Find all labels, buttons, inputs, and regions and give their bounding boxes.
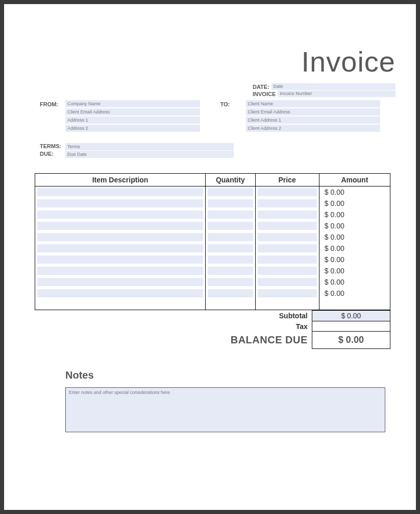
date-label: DATE: [253,84,269,90]
line-item-field[interactable] [208,278,253,286]
balance-due-label: BALANCE DUE [35,332,312,349]
from-label: FROM: [40,100,65,133]
to-address2-field[interactable]: Client Address 2 [246,125,381,132]
notes-heading: Notes [65,369,401,381]
from-address1-field[interactable]: Address 1 [65,116,200,124]
line-item-field[interactable] [258,199,317,207]
line-item-field[interactable] [37,255,203,264]
balance-due-value: $ 0.00 [312,332,390,349]
table-row: $ 0.00 [35,265,390,276]
from-company-field[interactable]: Company Name [65,100,200,107]
line-item-field[interactable] [208,289,253,297]
to-block: TO: Client Name Client Email Address Cli… [220,100,381,133]
line-item-field[interactable] [258,278,317,286]
subtotal-label: Subtotal [35,311,312,321]
col-header-amount: Amount [319,174,390,186]
terms-block: TERMS: Terms DUE: Due Date [40,143,234,158]
from-block: FROM: Company Name Client Email Address … [40,100,200,133]
line-item-field[interactable] [37,188,203,196]
line-item-field[interactable] [258,233,317,241]
line-item-amount: $ 0.00 [319,267,344,275]
line-item-amount: $ 0.00 [319,289,344,297]
line-item-field[interactable] [37,267,203,275]
from-email-field[interactable]: Client Email Address [65,108,200,115]
to-label: TO: [220,100,246,133]
parties-section: FROM: Company Name Client Email Address … [40,100,380,133]
invoice-meta: DATE: Date INVOICE Invoice Number [253,83,396,97]
line-item-amount: $ 0.00 [319,188,344,196]
line-item-field[interactable] [37,233,203,241]
line-item-amount: $ 0.00 [319,244,344,252]
line-item-field[interactable] [208,255,253,264]
line-item-field[interactable] [37,244,203,252]
totals-table: Subtotal $ 0.00 Tax BALANCE DUE $ 0.00 [35,310,390,349]
line-item-amount: $ 0.00 [319,255,344,264]
invoice-number-label: INVOICE [253,91,276,97]
line-item-amount: $ 0.00 [319,278,344,286]
line-item-field[interactable] [208,233,253,241]
line-item-field[interactable] [37,289,203,297]
line-item-amount: $ 0.00 [319,222,344,230]
line-item-amount: $ 0.00 [319,211,344,219]
line-item-field[interactable] [258,222,317,230]
terms-field[interactable]: Terms [65,143,234,150]
line-item-field[interactable] [258,244,317,252]
invoice-number-field[interactable]: Invoice Number [278,90,396,97]
line-item-field[interactable] [37,211,203,219]
invoice-page: Invoice DATE: Date INVOICE Invoice Numbe… [4,4,416,510]
line-item-field[interactable] [208,222,253,230]
due-label: DUE: [40,151,65,158]
col-header-price: Price [255,174,319,186]
table-row: $ 0.00 [35,254,390,265]
notes-field[interactable]: Enter notes and other special considerat… [65,387,385,432]
line-item-field[interactable] [258,267,317,275]
table-row: $ 0.00 [35,276,390,288]
date-field[interactable]: Date [271,83,396,90]
table-row: $ 0.00 [35,198,390,209]
due-field[interactable]: Due Date [65,151,234,158]
col-header-quantity: Quantity [206,174,255,186]
table-row: $ 0.00 [35,231,390,243]
to-name-field[interactable]: Client Name [246,100,381,107]
table-row: $ 0.00 [35,288,390,299]
to-address1-field[interactable]: Client Address 1 [246,116,381,124]
line-item-field[interactable] [258,211,317,219]
tax-value[interactable] [312,321,390,332]
table-row: $ 0.00 [35,186,390,198]
line-item-field[interactable] [37,278,203,286]
tax-label: Tax [35,321,312,332]
line-item-field[interactable] [208,211,253,219]
line-item-field[interactable] [258,255,317,264]
table-row: $ 0.00 [35,243,390,254]
line-item-field[interactable] [37,199,203,207]
subtotal-value: $ 0.00 [312,311,390,321]
line-items-table: Item Description Quantity Price Amount $… [35,173,390,310]
line-item-field[interactable] [208,188,253,196]
from-address2-field[interactable]: Address 2 [65,125,200,132]
line-item-field[interactable] [258,188,317,196]
col-header-description: Item Description [35,174,206,186]
line-item-field[interactable] [37,222,203,230]
line-item-field[interactable] [208,244,253,252]
table-row: $ 0.00 [35,209,390,220]
document-title: Invoice [19,45,396,78]
to-email-field[interactable]: Client Email Address [246,108,381,115]
line-item-field[interactable] [208,199,253,207]
table-row: $ 0.00 [35,220,390,231]
line-item-amount: $ 0.00 [319,233,344,241]
line-item-amount: $ 0.00 [319,199,344,207]
line-item-field[interactable] [258,289,317,297]
line-item-field[interactable] [208,267,253,275]
terms-label: TERMS: [40,143,65,150]
